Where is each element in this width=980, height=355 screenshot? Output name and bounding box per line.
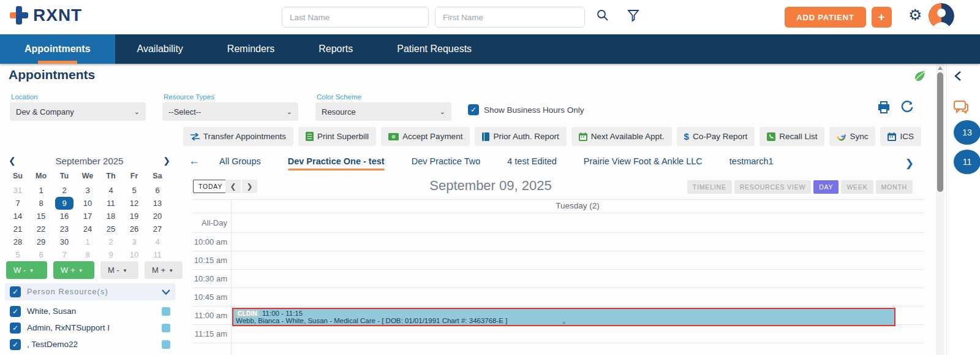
- mini-calendar-day[interactable]: 30: [53, 235, 76, 248]
- week-plus-button[interactable]: W +▾: [53, 261, 94, 279]
- mini-calendar-day[interactable]: 12: [123, 197, 146, 210]
- appointment-block[interactable]: CLDIN 11:00 - 11:15 Webb, Bianca - White…: [232, 308, 895, 326]
- mini-calendar-day[interactable]: 5: [123, 184, 146, 197]
- mini-calendar-prev-icon[interactable]: ❮: [9, 156, 18, 166]
- scrollbar-up-arrow[interactable]: [938, 66, 943, 70]
- mini-calendar-day[interactable]: 29: [29, 235, 53, 248]
- nav-tab-reports[interactable]: Reports: [296, 34, 375, 64]
- mini-calendar-day[interactable]: 22: [29, 223, 53, 235]
- mini-calendar-day[interactable]: 8: [29, 197, 53, 210]
- nav-tab-patient-requests[interactable]: Patient Requests: [375, 34, 494, 64]
- mini-calendar-day[interactable]: 1: [29, 184, 53, 197]
- mini-calendar-day[interactable]: 19: [123, 210, 146, 223]
- resource-color-swatch[interactable]: [162, 340, 170, 349]
- user-avatar[interactable]: [929, 3, 954, 29]
- time-row[interactable]: [193, 343, 924, 355]
- mini-calendar-next-icon[interactable]: ❯: [160, 156, 170, 166]
- resource-checkbox[interactable]: ✓: [10, 306, 21, 317]
- chevron-down-icon[interactable]: [162, 289, 170, 295]
- nav-tab-reminders[interactable]: Reminders: [205, 34, 296, 64]
- mini-calendar-selected-day[interactable]: 9: [55, 197, 74, 210]
- mini-calendar-day[interactable]: 23: [53, 223, 76, 235]
- mini-calendar-day[interactable]: 13: [146, 197, 169, 210]
- time-slot-cell[interactable]: [232, 270, 924, 288]
- mini-calendar-day[interactable]: 16: [53, 210, 76, 223]
- mini-calendar-day[interactable]: 3: [76, 184, 99, 197]
- month-plus-button[interactable]: M +▾: [145, 261, 183, 279]
- mini-calendar-day[interactable]: 11: [99, 197, 123, 210]
- chat-messages-icon[interactable]: [953, 99, 969, 118]
- group-tab-all-groups[interactable]: All Groups: [219, 156, 261, 166]
- time-row[interactable]: 10:15 am: [193, 251, 924, 270]
- first-name-input[interactable]: [435, 7, 585, 28]
- time-row[interactable]: 10:30 am: [193, 270, 924, 288]
- group-tab-prairie-view[interactable]: Prairie View Foot & Ankle LLC: [584, 156, 703, 166]
- groups-scroll-left-icon[interactable]: ←: [189, 155, 200, 167]
- mini-calendar-day[interactable]: 6: [146, 184, 169, 197]
- mini-calendar-day[interactable]: 3: [123, 235, 146, 248]
- resource-row-admin[interactable]: ✓ Admin, RxNTSupport I: [5, 319, 175, 336]
- mini-calendar-day[interactable]: 2: [99, 235, 123, 248]
- resource-row-white-susan[interactable]: ✓ White, Susan: [5, 303, 175, 319]
- notification-badge-1[interactable]: 13: [954, 120, 980, 145]
- settings-gear-icon[interactable]: ⚙: [908, 6, 927, 25]
- time-row[interactable]: 11:15 am: [193, 325, 924, 343]
- filter-icon[interactable]: [626, 8, 644, 26]
- mini-calendar-day[interactable]: 10: [76, 197, 99, 210]
- view-month-button[interactable]: MONTH: [876, 180, 913, 194]
- time-slot-cell[interactable]: [232, 325, 924, 343]
- time-slot-cell[interactable]: [232, 233, 924, 251]
- time-slot-cell[interactable]: [232, 213, 924, 232]
- today-button[interactable]: TODAY: [193, 180, 228, 193]
- group-tab-dev-practice-two[interactable]: Dev Practice Two: [412, 156, 481, 166]
- resource-color-swatch[interactable]: [162, 307, 170, 316]
- mini-calendar-day[interactable]: 27: [146, 223, 169, 235]
- vertical-scrollbar[interactable]: [936, 64, 944, 355]
- mini-calendar-day[interactable]: 28: [6, 235, 29, 248]
- collapse-panel-icon[interactable]: [954, 71, 962, 83]
- resource-row-testdemo22[interactable]: ✓ , TestDemo22: [5, 336, 175, 353]
- week-minus-button[interactable]: W -▾: [6, 261, 47, 279]
- mini-calendar-day[interactable]: 20: [146, 210, 169, 223]
- search-icon[interactable]: [595, 8, 614, 26]
- rxnt-logo[interactable]: RXNT: [9, 5, 82, 26]
- time-row[interactable]: All-Day: [193, 213, 924, 233]
- location-select[interactable]: Dev & Company ⌄: [10, 102, 146, 121]
- group-tab-testmarch1[interactable]: testmarch1: [729, 156, 774, 166]
- quick-add-button[interactable]: +: [872, 7, 892, 28]
- person-resources-checkbox[interactable]: ✓: [10, 286, 21, 297]
- mini-calendar-day[interactable]: 11: [146, 248, 169, 261]
- nav-tab-availability[interactable]: Availability: [115, 34, 205, 64]
- mini-calendar-day[interactable]: 8: [76, 248, 99, 261]
- notification-badge-2[interactable]: 11: [954, 150, 980, 174]
- mini-calendar-day[interactable]: 10: [123, 248, 146, 261]
- mini-calendar-day[interactable]: 7: [53, 248, 76, 261]
- group-tab-4-test-edited[interactable]: 4 test Edited: [507, 156, 557, 166]
- prev-day-button[interactable]: ❮: [225, 180, 241, 193]
- last-name-input[interactable]: [282, 7, 429, 28]
- mini-calendar-day[interactable]: 2: [53, 184, 76, 197]
- mini-calendar-day[interactable]: 6: [29, 248, 53, 261]
- mini-calendar-day[interactable]: 5: [6, 248, 29, 261]
- time-slot-cell[interactable]: [232, 343, 924, 355]
- person-resources-header[interactable]: ✓ Person Resource(s): [5, 283, 175, 300]
- add-patient-button[interactable]: ADD PATIENT: [785, 7, 866, 28]
- time-slot-cell[interactable]: [232, 251, 924, 269]
- mini-calendar-day[interactable]: 4: [146, 235, 169, 248]
- next-day-button[interactable]: ❯: [242, 180, 257, 193]
- nav-tab-appointments[interactable]: Appointments: [0, 34, 115, 64]
- mini-calendar-day[interactable]: 7: [6, 197, 29, 210]
- view-resources-button[interactable]: RESOURCES VIEW: [734, 180, 811, 194]
- mini-calendar-day[interactable]: 25: [99, 223, 123, 235]
- time-slot-cell[interactable]: [232, 288, 924, 306]
- mini-calendar-day[interactable]: 4: [99, 184, 123, 197]
- month-minus-button[interactable]: M -▾: [100, 261, 138, 279]
- view-timeline-button[interactable]: TIMELINE: [687, 180, 732, 194]
- mini-calendar-day[interactable]: 31: [6, 184, 29, 197]
- mini-calendar-day[interactable]: 17: [76, 210, 99, 223]
- mini-calendar-day[interactable]: 9: [99, 248, 123, 261]
- mini-calendar-day[interactable]: 18: [99, 210, 123, 223]
- view-day-button[interactable]: DAY: [813, 180, 839, 194]
- mini-calendar-day[interactable]: 14: [6, 210, 29, 223]
- resource-checkbox[interactable]: ✓: [10, 323, 21, 334]
